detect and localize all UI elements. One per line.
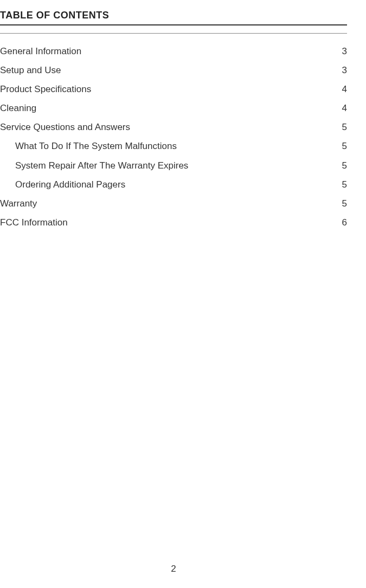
toc-entry-label: Warranty [0, 198, 331, 210]
toc-entry: System Repair After The Warranty Expires… [0, 160, 347, 172]
toc-entry-label: Ordering Additional Pagers [15, 179, 331, 191]
toc-entry: General Information3 [0, 46, 347, 57]
toc-entry-page: 3 [331, 64, 347, 76]
toc-entry-label: Setup and Use [0, 64, 331, 76]
toc-entry-label: What To Do If The System Malfunctions [15, 140, 331, 152]
toc-entry-label: FCC Information [0, 217, 331, 229]
toc-entry: Ordering Additional Pagers5 [0, 179, 347, 191]
toc-list: General Information3Setup and Use3Produc… [0, 46, 347, 229]
toc-entry: Warranty5 [0, 198, 347, 210]
toc-entry-page: 5 [331, 121, 347, 133]
toc-entry-page: 5 [331, 160, 347, 172]
toc-entry-label: System Repair After The Warranty Expires [15, 160, 331, 172]
toc-entry-label: Cleaning [0, 102, 331, 114]
page-number: 2 [0, 564, 347, 574]
toc-entry-page: 5 [331, 198, 347, 210]
toc-entry: What To Do If The System Malfunctions5 [0, 140, 347, 152]
toc-entry: Cleaning4 [0, 102, 347, 114]
toc-heading: TABLE OF CONTENTS [0, 10, 347, 25]
toc-entry-page: 4 [331, 83, 347, 95]
toc-entry-page: 5 [331, 179, 347, 191]
toc-entry: Service Questions and Answers5 [0, 121, 347, 133]
toc-entry-page: 4 [331, 102, 347, 114]
toc-entry: Product Specifications4 [0, 83, 347, 95]
toc-entry-label: Product Specifications [0, 83, 331, 95]
toc-entry-page: 6 [331, 217, 347, 229]
toc-entry: Setup and Use3 [0, 64, 347, 76]
toc-entry-label: General Information [0, 46, 331, 57]
toc-entry: FCC Information6 [0, 217, 347, 229]
toc-entry-label: Service Questions and Answers [0, 121, 331, 133]
heading-secondary-rule [0, 33, 347, 34]
toc-entry-page: 3 [331, 46, 347, 57]
toc-entry-page: 5 [331, 140, 347, 152]
